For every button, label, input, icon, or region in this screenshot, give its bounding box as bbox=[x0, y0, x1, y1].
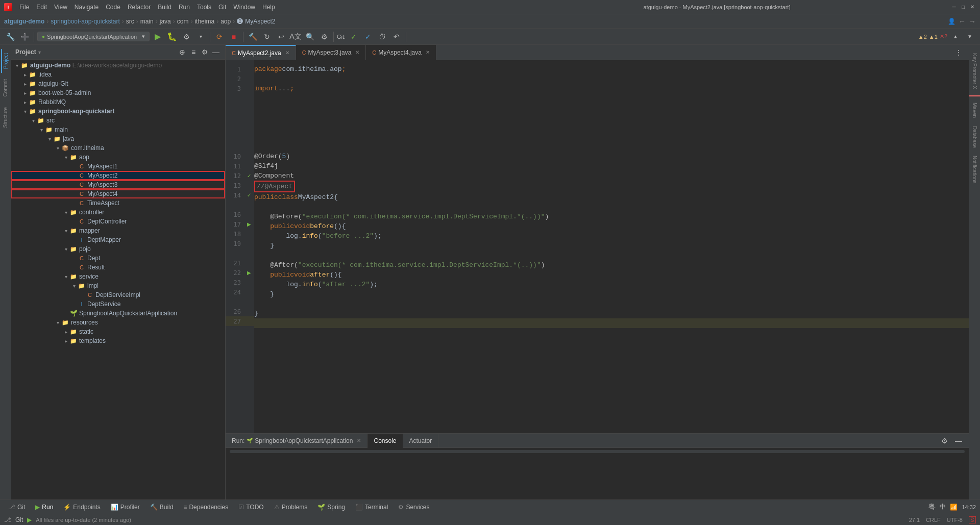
arrow-up-button[interactable]: ▲ bbox=[949, 31, 962, 43]
forward-button[interactable]: → bbox=[969, 17, 976, 26]
tree-timeaspect[interactable]: C TimeAspect bbox=[11, 198, 225, 208]
tree-aop[interactable]: ▾ 📁 aop bbox=[11, 153, 225, 162]
actuator-tab[interactable]: Actuator bbox=[403, 434, 439, 448]
breadcrumb-aop[interactable]: aop bbox=[220, 18, 231, 25]
close-button[interactable]: ✕ bbox=[969, 4, 976, 11]
tab-myaspect2[interactable]: C MyAspect2.java ✕ bbox=[226, 45, 296, 60]
tree-com-itheima[interactable]: ▾ 📦 com.itheima bbox=[11, 143, 225, 153]
tree-deptserviceimpl[interactable]: C DeptServiceImpl bbox=[11, 290, 225, 299]
dependencies-bottom-button[interactable]: ≡ Dependencies bbox=[179, 503, 232, 512]
debug-button[interactable]: 🐛 bbox=[166, 31, 178, 43]
tree-controller[interactable]: ▾ 📁 controller bbox=[11, 208, 225, 217]
menu-view[interactable]: View bbox=[51, 3, 70, 12]
project-settings-button[interactable]: ⚙ bbox=[200, 47, 210, 57]
spring-bottom-button[interactable]: 🌱 Spring bbox=[313, 503, 349, 512]
menu-window[interactable]: Window bbox=[230, 3, 258, 12]
profiler-bottom-button[interactable]: 📊 Profiler bbox=[107, 503, 144, 512]
maven-tab[interactable]: Maven bbox=[971, 98, 978, 122]
run-config-dropdown[interactable]: ▾ bbox=[142, 33, 145, 40]
structure-tab[interactable]: Structure bbox=[2, 103, 9, 132]
tree-templates[interactable]: ▸ 📁 templates bbox=[11, 336, 225, 345]
key-promoter-tab[interactable]: Key Promoter X bbox=[971, 49, 978, 93]
git-status-button[interactable]: Git bbox=[15, 516, 23, 523]
todo-bottom-button[interactable]: ☑ TODO bbox=[234, 503, 267, 512]
vcs-icon[interactable]: 👤 bbox=[948, 18, 955, 25]
warning-count[interactable]: ▲2 bbox=[918, 34, 927, 40]
tree-deptmapper[interactable]: I DeptMapper bbox=[11, 235, 225, 244]
maximize-button[interactable]: □ bbox=[960, 4, 967, 11]
tree-myaspect4[interactable]: C MyAspect4 bbox=[11, 189, 225, 198]
run-button[interactable]: ▶ bbox=[152, 31, 164, 43]
console-scrollbar[interactable] bbox=[230, 450, 965, 453]
project-dropdown-arrow[interactable]: ▾ bbox=[38, 49, 41, 55]
tree-springboot-aop[interactable]: ▾ 📁 springboot-aop-quickstart bbox=[11, 107, 225, 116]
tree-src[interactable]: ▾ 📁 src bbox=[11, 116, 225, 125]
recent-files-button[interactable]: ⋮ bbox=[952, 46, 965, 59]
tree-springboot-app[interactable]: 🌱 SpringbootAopQuickstartApplication bbox=[11, 309, 225, 318]
tree-idea[interactable]: ▸ 📁 .idea bbox=[11, 70, 225, 79]
run-tab-close[interactable]: ✕ bbox=[357, 438, 361, 443]
git-bottom-button[interactable]: ⎇ Git bbox=[4, 503, 29, 512]
collapse-all-button[interactable]: ≡ bbox=[188, 47, 199, 57]
breadcrumb-src[interactable]: src bbox=[126, 18, 134, 25]
git-rollback[interactable]: ↶ bbox=[390, 31, 403, 43]
git-check2[interactable]: ✓ bbox=[362, 31, 374, 43]
more-run-button[interactable]: ▾ bbox=[194, 31, 207, 43]
breadcrumb-classname[interactable]: MyAspect2 bbox=[245, 18, 275, 25]
run-panel-minimize[interactable]: — bbox=[952, 435, 965, 447]
menu-help[interactable]: Help bbox=[259, 3, 278, 12]
coverage-button[interactable]: ⚙ bbox=[180, 31, 192, 43]
tab-myaspect3-close[interactable]: ✕ bbox=[355, 49, 359, 55]
stop-button[interactable]: ■ bbox=[228, 31, 240, 43]
error-count[interactable]: ▲1 bbox=[929, 34, 938, 40]
menu-navigate[interactable]: Navigate bbox=[71, 3, 102, 12]
tree-impl[interactable]: ▾ 📁 impl bbox=[11, 281, 225, 290]
menu-tools[interactable]: Tools bbox=[194, 3, 214, 12]
add-config-button[interactable]: ➕ bbox=[18, 31, 31, 43]
tree-mapper[interactable]: ▾ 📁 mapper bbox=[11, 226, 225, 235]
tree-atguigu-git[interactable]: ▸ 📁 atguigu-Git bbox=[11, 79, 225, 88]
tree-myaspect2[interactable]: C MyAspect2 bbox=[11, 171, 225, 180]
encoding[interactable]: UTF-8 bbox=[947, 517, 963, 523]
menu-code[interactable]: Code bbox=[103, 3, 124, 12]
git-check1[interactable]: ✓ bbox=[348, 31, 360, 43]
tab-myaspect3[interactable]: C MyAspect3.java ✕ bbox=[296, 45, 366, 60]
tree-service[interactable]: ▾ 📁 service bbox=[11, 272, 225, 281]
minimize-button[interactable]: ─ bbox=[950, 4, 958, 11]
arrow-down-button[interactable]: ▼ bbox=[964, 31, 976, 43]
endpoints-bottom-button[interactable]: ⚡ Endpoints bbox=[59, 503, 104, 512]
back-button[interactable]: ← bbox=[959, 17, 966, 26]
run-bottom-button[interactable]: ▶ Run bbox=[31, 503, 57, 512]
problems-bottom-button[interactable]: ⚠ Problems bbox=[270, 503, 312, 512]
tree-pojo[interactable]: ▾ 📁 pojo bbox=[11, 244, 225, 254]
notifications-tab[interactable]: Notifications bbox=[971, 152, 978, 187]
tree-java[interactable]: ▾ 📁 java bbox=[11, 134, 225, 143]
project-structure-button[interactable]: 🔧 bbox=[4, 31, 16, 43]
menu-edit[interactable]: Edit bbox=[33, 3, 50, 12]
breadcrumb-java[interactable]: java bbox=[160, 18, 171, 25]
tree-static[interactable]: ▸ 📁 static bbox=[11, 327, 225, 336]
tab-myaspect4[interactable]: C MyAspect4.java ✕ bbox=[366, 45, 436, 60]
settings-button[interactable]: ⚙ bbox=[318, 31, 330, 43]
menu-build[interactable]: Build bbox=[155, 3, 175, 12]
breadcrumb-module[interactable]: springboot-aop-quickstart bbox=[51, 18, 119, 25]
console-tab[interactable]: Console bbox=[368, 434, 403, 448]
cross-count[interactable]: ✕2 bbox=[940, 33, 947, 40]
breadcrumb-com[interactable]: com bbox=[177, 18, 189, 25]
undo-button[interactable]: ↩ bbox=[275, 31, 287, 43]
tree-myaspect3[interactable]: C MyAspect3 bbox=[11, 180, 225, 189]
tree-resources[interactable]: ▾ 📁 resources bbox=[11, 318, 225, 327]
terminal-bottom-button[interactable]: ⬛ Terminal bbox=[351, 503, 392, 512]
update-button[interactable]: ⟳ bbox=[213, 31, 226, 43]
commit-tab[interactable]: Commit bbox=[2, 75, 9, 101]
locate-file-button[interactable]: ⊕ bbox=[177, 47, 187, 57]
services-bottom-button[interactable]: ⚙ Services bbox=[394, 503, 433, 512]
cursor-position[interactable]: 27:1 bbox=[909, 517, 920, 523]
project-tab[interactable]: Project bbox=[1, 49, 10, 73]
line-ending[interactable]: CRLF bbox=[926, 517, 941, 523]
menu-run[interactable]: Run bbox=[176, 3, 193, 12]
tree-myaspect1[interactable]: C MyAspect1 bbox=[11, 162, 225, 171]
search-button[interactable]: 🔍 bbox=[304, 31, 316, 43]
tree-root[interactable]: ▾ 📁 atguigu-demo E:\idea-workspace\atgui… bbox=[11, 61, 225, 70]
tree-boot-web[interactable]: ▸ 📁 boot-web-05-admin bbox=[11, 88, 225, 97]
